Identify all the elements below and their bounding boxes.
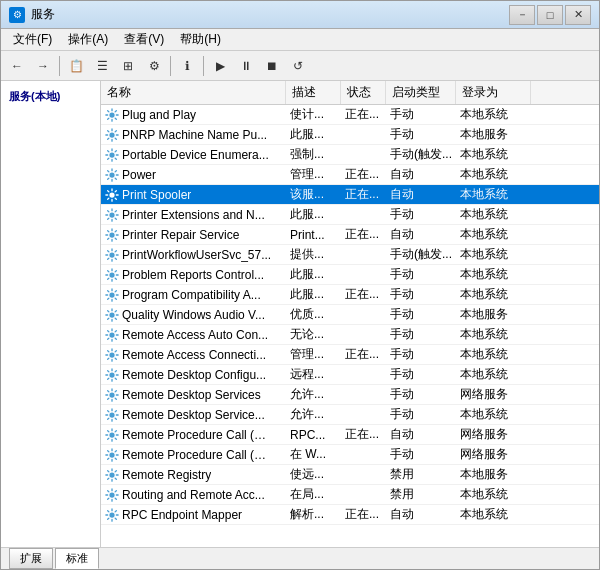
menu-view[interactable]: 查看(V)	[116, 29, 172, 50]
table-row[interactable]: Plug and Play使计...正在...手动本地系统	[101, 105, 599, 125]
service-login-cell: 本地服务	[456, 305, 531, 324]
service-status-cell: 正在...	[341, 165, 386, 184]
service-startup-cell: 自动	[386, 505, 456, 524]
service-startup-cell: 手动	[386, 125, 456, 144]
pause-button[interactable]: ⏸	[234, 54, 258, 78]
col-header-name[interactable]: 名称	[101, 81, 286, 104]
service-status-cell: 正在...	[341, 185, 386, 204]
service-desc-cell: 此服...	[286, 205, 341, 224]
tab-expand[interactable]: 扩展	[9, 548, 53, 569]
table-row[interactable]: Quality Windows Audio V...优质...手动本地服务	[101, 305, 599, 325]
table-row[interactable]: Remote Desktop Services允许...手动网络服务	[101, 385, 599, 405]
service-startup-cell: 手动	[386, 445, 456, 464]
tab-standard[interactable]: 标准	[55, 548, 99, 569]
minimize-button[interactable]: －	[509, 5, 535, 25]
service-login-cell: 网络服务	[456, 385, 531, 404]
menu-file[interactable]: 文件(F)	[5, 29, 60, 50]
service-name-text: Quality Windows Audio V...	[122, 308, 265, 322]
maximize-button[interactable]: □	[537, 5, 563, 25]
col-header-login[interactable]: 登录为	[456, 81, 531, 104]
service-name-cell: Printer Repair Service	[101, 227, 286, 243]
table-row[interactable]: Remote Access Auto Con...无论...手动本地系统	[101, 325, 599, 345]
menu-bar: 文件(F) 操作(A) 查看(V) 帮助(H)	[1, 29, 599, 51]
service-startup-cell: 手动	[386, 205, 456, 224]
service-name-cell: Program Compatibility A...	[101, 287, 286, 303]
table-row[interactable]: Program Compatibility A...此服...正在...手动本地…	[101, 285, 599, 305]
service-desc-cell: 此服...	[286, 265, 341, 284]
service-name-text: Remote Desktop Services	[122, 388, 261, 402]
gear-icon	[105, 188, 119, 202]
service-startup-cell: 手动	[386, 325, 456, 344]
gear-icon	[105, 148, 119, 162]
menu-help[interactable]: 帮助(H)	[172, 29, 229, 50]
table-row[interactable]: Print Spooler该服...正在...自动本地系统	[101, 185, 599, 205]
table-row[interactable]: Remote Desktop Service...允许...手动本地系统	[101, 405, 599, 425]
service-startup-cell: 手动	[386, 305, 456, 324]
forward-button[interactable]: →	[31, 54, 55, 78]
service-desc-cell: 允许...	[286, 405, 341, 424]
service-desc-cell: 解析...	[286, 505, 341, 524]
service-login-cell: 本地系统	[456, 145, 531, 164]
service-name-cell: RPC Endpoint Mapper	[101, 507, 286, 523]
service-login-cell: 本地系统	[456, 285, 531, 304]
list-view-button[interactable]: ☰	[90, 54, 114, 78]
service-startup-cell: 手动(触发...	[386, 245, 456, 264]
title-bar: ⚙ 服务 － □ ✕	[1, 1, 599, 29]
service-login-cell: 本地系统	[456, 505, 531, 524]
restart-button[interactable]: ↺	[286, 54, 310, 78]
svg-point-17	[109, 452, 114, 457]
menu-action[interactable]: 操作(A)	[60, 29, 116, 50]
service-status-cell	[341, 134, 386, 136]
detail-view-button[interactable]: ⊞	[116, 54, 140, 78]
service-status-cell	[341, 494, 386, 496]
show-pane-button[interactable]: 📋	[64, 54, 88, 78]
settings-button[interactable]: ⚙	[142, 54, 166, 78]
back-button[interactable]: ←	[5, 54, 29, 78]
table-row[interactable]: RPC Endpoint Mapper解析...正在...自动本地系统	[101, 505, 599, 525]
service-startup-cell: 手动	[386, 405, 456, 424]
service-login-cell: 本地系统	[456, 325, 531, 344]
service-desc-cell: 无论...	[286, 325, 341, 344]
stop-button[interactable]: ⏹	[260, 54, 284, 78]
service-status-cell	[341, 274, 386, 276]
service-name-text: Remote Procedure Call (…	[122, 448, 266, 462]
service-status-cell	[341, 314, 386, 316]
col-header-startup[interactable]: 启动类型	[386, 81, 456, 104]
svg-point-0	[109, 112, 114, 117]
service-name-text: Remote Procedure Call (…	[122, 428, 266, 442]
col-header-status[interactable]: 状态	[341, 81, 386, 104]
service-startup-cell: 自动	[386, 425, 456, 444]
table-row[interactable]: Printer Extensions and N...此服...手动本地系统	[101, 205, 599, 225]
table-row[interactable]: Power管理...正在...自动本地系统	[101, 165, 599, 185]
service-login-cell: 网络服务	[456, 445, 531, 464]
toolbar-separator-1	[59, 56, 60, 76]
toolbar-separator-2	[170, 56, 171, 76]
svg-point-6	[109, 232, 114, 237]
close-button[interactable]: ✕	[565, 5, 591, 25]
table-row[interactable]: Remote Procedure Call (…RPC...正在...自动网络服…	[101, 425, 599, 445]
table-row[interactable]: Remote Procedure Call (…在 W...手动网络服务	[101, 445, 599, 465]
service-name-text: PNRP Machine Name Pu...	[122, 128, 267, 142]
service-login-cell: 本地系统	[456, 245, 531, 264]
sidebar-services-local[interactable]: 服务(本地)	[9, 89, 92, 104]
play-button[interactable]: ▶	[208, 54, 232, 78]
table-row[interactable]: Routing and Remote Acc...在局...禁用本地系统	[101, 485, 599, 505]
table-row[interactable]: Printer Repair ServicePrint...正在...自动本地系…	[101, 225, 599, 245]
table-body: Plug and Play使计...正在...手动本地系统 PNRP Machi…	[101, 105, 599, 547]
table-row[interactable]: PrintWorkflowUserSvc_57...提供...手动(触发...本…	[101, 245, 599, 265]
service-startup-cell: 禁用	[386, 465, 456, 484]
table-row[interactable]: Portable Device Enumera...强制...手动(触发...本…	[101, 145, 599, 165]
col-header-desc[interactable]: 描述	[286, 81, 341, 104]
svg-point-7	[109, 252, 114, 257]
gear-icon	[105, 368, 119, 382]
service-startup-cell: 手动	[386, 345, 456, 364]
service-name-cell: Remote Procedure Call (…	[101, 447, 286, 463]
description-button[interactable]: ℹ	[175, 54, 199, 78]
table-row[interactable]: Remote Access Connecti...管理...正在...手动本地系…	[101, 345, 599, 365]
gear-icon	[105, 228, 119, 242]
table-row[interactable]: Problem Reports Control...此服...手动本地系统	[101, 265, 599, 285]
table-row[interactable]: PNRP Machine Name Pu...此服...手动本地服务	[101, 125, 599, 145]
window-controls: － □ ✕	[509, 5, 591, 25]
table-row[interactable]: Remote Registry使远...禁用本地服务	[101, 465, 599, 485]
table-row[interactable]: Remote Desktop Configu...远程...手动本地系统	[101, 365, 599, 385]
